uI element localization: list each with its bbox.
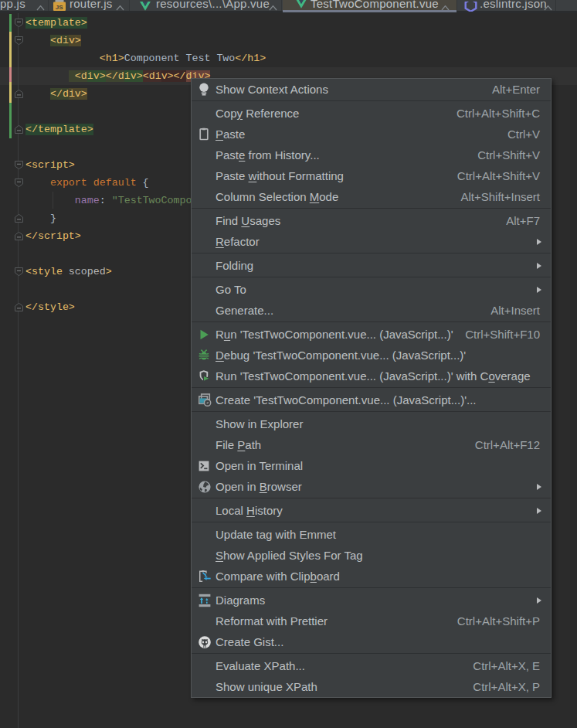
svg-text:JS: JS: [56, 4, 63, 11]
